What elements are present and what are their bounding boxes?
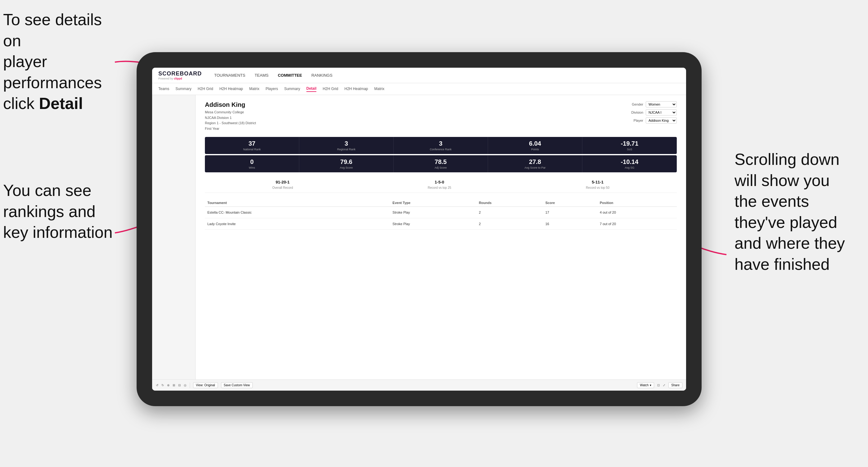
stats-row-2: 0 Wins 79.6 Avg Score 78.5 Adj Score 27.…	[205, 155, 677, 172]
stat-conference-rank: 3 Conference Rank	[394, 137, 488, 154]
powered-by: Powered by clippd	[158, 77, 202, 80]
content-area: Addison King Mesa Community College NJCA…	[152, 95, 686, 391]
subnav-h2h-heatmap[interactable]: H2H Heatmap	[219, 87, 243, 92]
nav-tournaments[interactable]: TOURNAMENTS	[214, 73, 245, 77]
stat-value: -10.14	[586, 158, 673, 165]
subnav-players[interactable]: Players	[266, 87, 278, 92]
view-original-button[interactable]: View: Original	[193, 382, 218, 388]
stat-regional-rank: 3 Regional Rank	[299, 137, 394, 154]
toolbar-icon6[interactable]: ⤢	[663, 383, 665, 387]
table-row: Lady Coyote Invite Stroke Play 2 16 7 ou…	[205, 218, 677, 230]
player-year: First Year	[205, 126, 256, 132]
division-control: Division NJCAA I NJCAA II	[631, 109, 677, 116]
gender-control: Gender Women Men	[632, 101, 677, 107]
stat-value: 0	[209, 158, 295, 165]
stat-label: Points	[492, 148, 578, 151]
stat-label: Avg SG	[586, 166, 673, 169]
subnav-h2h-grid[interactable]: H2H Grid	[198, 87, 213, 92]
position: 4 out of 20	[597, 207, 677, 218]
gender-select[interactable]: Women Men	[646, 101, 677, 107]
subnav-matrix[interactable]: Matrix	[249, 87, 259, 92]
gender-label: Gender	[632, 102, 643, 106]
main-nav: TOURNAMENTS TEAMS COMMITTEE RANKINGS	[214, 73, 333, 77]
watch-button[interactable]: Watch ▾	[637, 382, 654, 388]
stat-value: 3	[397, 140, 484, 147]
stat-value: 6.04	[492, 140, 578, 147]
player-name: Addison King	[205, 101, 256, 108]
stat-label: National Rank	[209, 148, 295, 151]
toolbar-icon1[interactable]: ⊕	[167, 383, 169, 387]
col-tournament: Tournament	[205, 199, 390, 207]
score: 17	[543, 207, 597, 218]
share-label: Share	[671, 383, 680, 387]
record-value: 91-20-1	[272, 180, 293, 184]
overall-record: 91-20-1 Overall Record	[272, 180, 293, 190]
division-select[interactable]: NJCAA I NJCAA II	[646, 109, 677, 116]
position: 7 out of 20	[597, 218, 677, 230]
record-value: 5-11-1	[586, 180, 610, 184]
tournament-table: Tournament Event Type Rounds Score Posit…	[205, 199, 677, 230]
toolbar-icon5[interactable]: ⊡	[657, 383, 660, 387]
stat-value: 78.5	[397, 158, 484, 165]
stat-national-rank: 37 National Rank	[205, 137, 299, 154]
player-college: Mesa Community College	[205, 110, 256, 115]
stat-label: Conference Rank	[397, 148, 484, 151]
subnav-summary2[interactable]: Summary	[284, 87, 300, 92]
annotation-bottom-left: You can see rankings and key information	[3, 180, 127, 243]
record-label: Record vs top 50	[586, 186, 610, 189]
subnav-detail[interactable]: Detail	[306, 86, 317, 92]
player-header: Addison King Mesa Community College NJCA…	[205, 101, 677, 131]
player-division: NJCAA Division 1	[205, 115, 256, 121]
stat-label: Adj Score	[397, 166, 484, 169]
stat-avg-score: 79.6 Avg Score	[299, 155, 394, 172]
stat-label: Regional Rank	[303, 148, 390, 151]
stat-value: 27.8	[492, 158, 578, 165]
top50-record: 5-11-1 Record vs top 50	[586, 180, 610, 190]
bottom-toolbar: ↺ ↻ ⊕ ⊞ ⊟ ◎ View: Original Save Custom V…	[152, 379, 686, 391]
stat-label: Avg Score	[303, 166, 390, 169]
toolbar-icon3[interactable]: ⊟	[178, 383, 181, 387]
nav-committee[interactable]: COMMITTEE	[278, 73, 302, 77]
score: 16	[543, 218, 597, 230]
nav-teams[interactable]: TEAMS	[254, 73, 269, 77]
player-control: Player Addison King	[633, 117, 677, 124]
col-event-type: Event Type	[390, 199, 476, 207]
undo-icon[interactable]: ↺	[156, 383, 158, 387]
redo-icon[interactable]: ↻	[161, 383, 164, 387]
stat-value: -19.71	[586, 140, 673, 147]
player-select[interactable]: Addison King	[646, 117, 677, 124]
annotation-left-top: To see details on player performances cl…	[3, 9, 121, 114]
logo-text: SCOREBOARD	[158, 70, 202, 77]
event-type: Stroke Play	[390, 218, 476, 230]
rounds: 2	[476, 207, 542, 218]
sidebar	[152, 95, 195, 391]
nav-rankings[interactable]: RANKINGS	[311, 73, 333, 77]
subnav-teams[interactable]: Teams	[158, 87, 169, 92]
player-label: Player	[633, 119, 643, 122]
col-score: Score	[543, 199, 597, 207]
subnav-summary[interactable]: Summary	[176, 87, 191, 92]
stat-avg-score-par: 27.8 Avg Score to Par	[488, 155, 582, 172]
toolbar-icon2[interactable]: ⊞	[173, 383, 175, 387]
save-custom-label: Save Custom View	[224, 383, 250, 387]
main-content: Addison King Mesa Community College NJCA…	[195, 95, 686, 391]
player-region: Region 1 - Southwest (18) District	[205, 121, 256, 126]
toolbar-separator	[190, 382, 190, 388]
subnav-matrix2[interactable]: Matrix	[374, 87, 385, 92]
toolbar-icon4[interactable]: ◎	[184, 383, 187, 387]
stat-value: 3	[303, 140, 390, 147]
stat-label: Avg Score to Par	[492, 166, 578, 169]
watch-label: Watch	[640, 383, 649, 387]
share-button[interactable]: Share	[669, 382, 682, 388]
subnav-h2h-grid2[interactable]: H2H Grid	[322, 87, 338, 92]
record-label: Overall Record	[272, 186, 293, 189]
player-info: Addison King Mesa Community College NJCA…	[205, 101, 256, 131]
stat-value: 79.6	[303, 158, 390, 165]
col-position: Position	[597, 199, 677, 207]
stat-wins: 0 Wins	[205, 155, 299, 172]
stat-label: SoS	[586, 148, 673, 151]
subnav-h2h-heatmap2[interactable]: H2H Heatmap	[344, 87, 368, 92]
records-row: 91-20-1 Overall Record 1-5-0 Record vs t…	[205, 177, 677, 193]
logo: SCOREBOARD Powered by clippd	[158, 70, 202, 80]
save-custom-button[interactable]: Save Custom View	[221, 382, 253, 388]
